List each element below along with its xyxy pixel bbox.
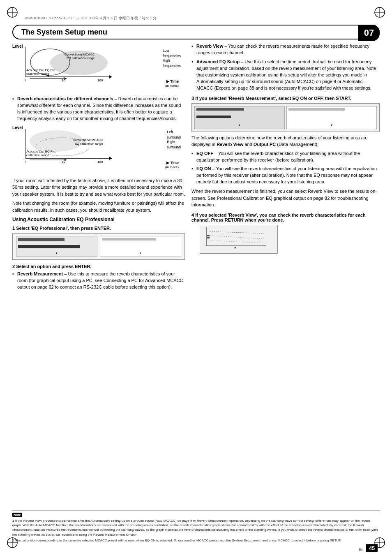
- chart1-label-low: Lowfrequencies: [163, 48, 181, 59]
- svg-line-48: [210, 240, 264, 243]
- chart1-label-high: Highfrequencies: [163, 58, 181, 69]
- chart2-label-left: Leftsurround: [167, 130, 181, 140]
- screen-arrow-s1: ▾: [18, 252, 95, 255]
- chart2-x-label: ▶ Time: [166, 161, 179, 165]
- chart2-svg: Acoustic Cal. EQ Pro. calibration range …: [25, 129, 120, 164]
- corner-mark-tr: [374, 6, 386, 18]
- corner-mark-tl: [6, 6, 18, 18]
- chart2-y-label: Level: [12, 125, 23, 130]
- chart1: Level Acoustic Cal. EQ Pro. calibration …: [12, 43, 140, 88]
- bullet-reverb-channels: Reverb characteristics for different cha…: [12, 96, 185, 122]
- svg-line-47: [210, 236, 264, 239]
- svg-text:0: 0: [25, 160, 26, 164]
- following-para: The following options determine how the …: [191, 134, 380, 148]
- header-bar: The System Setup menu 07: [12, 25, 380, 39]
- screen-arrow-s1-r: ▾: [102, 252, 179, 255]
- chart2-label-right: Rightsurround: [167, 139, 181, 150]
- bullet-advanced-eq: Advanced EQ Setup – Use this to select t…: [191, 59, 380, 92]
- chart1-svg: Acoustic Cal. EQ Pro. calibration range …: [25, 47, 120, 82]
- screen-mockup-step1: ▾ ▾: [12, 233, 185, 260]
- svg-text:Acoustic Cal. EQ Pro.: Acoustic Cal. EQ Pro.: [26, 150, 56, 153]
- screen-bar-s1-2: [18, 245, 80, 248]
- svg-text:calibration range: calibration range: [26, 72, 49, 76]
- svg-text:EQ calibration range: EQ calibration range: [75, 142, 103, 146]
- svg-marker-30: [109, 157, 112, 160]
- reverb-view-chart: ▾: [202, 227, 270, 250]
- screen-left-panel-s1: ▾: [16, 236, 97, 257]
- svg-text:80: 80: [62, 79, 65, 82]
- svg-rect-45: [207, 237, 210, 238]
- bar-s3-2: [196, 116, 231, 118]
- bullet-eq-off: EQ OFF – You will see the reverb charact…: [191, 150, 380, 164]
- chart1-x-label: ▶ Time: [166, 79, 179, 83]
- note-line1: 1 If the Reverb View procedure is perfor…: [12, 518, 380, 537]
- para2: Note that changing the room (for example…: [12, 200, 185, 213]
- svg-text:160: 160: [97, 79, 103, 82]
- note-section: Note 1 If the Reverb View procedure is p…: [12, 511, 380, 543]
- svg-text:0: 0: [25, 79, 26, 82]
- bullet-reverb-measurement: Reverb Measurement – Use this to measure…: [12, 271, 185, 291]
- svg-text:▾: ▾: [234, 245, 236, 250]
- step1-heading: 1 Select 'EQ Professional', then press E…: [12, 226, 185, 231]
- step2-heading: 2 Select an option and press ENTER.: [12, 264, 185, 269]
- bar-s3-1: [196, 108, 244, 111]
- svg-marker-14: [109, 75, 112, 79]
- bar-s3-r1: [288, 108, 345, 111]
- chart1-y-label: Level: [12, 44, 23, 49]
- screen-bar-light-s1: [102, 238, 156, 240]
- svg-text:80: 80: [62, 160, 65, 164]
- file-info: VSX-1018AH_HY.book 45 ページ ２００８年４月１６日 水曜日…: [25, 16, 157, 21]
- screen-right-panel-s1: ▾: [100, 236, 181, 257]
- step3-heading: 3 If you selected 'Reverb Measurement', …: [191, 96, 380, 101]
- screen-mockup-step3: ▾ ▾: [191, 103, 380, 132]
- page-title: The System Setup menu: [21, 28, 107, 37]
- svg-text:Conventional MCACC: Conventional MCACC: [73, 138, 103, 142]
- page-number: 45: [366, 544, 378, 552]
- svg-text:160: 160: [97, 160, 103, 164]
- para1: If your room isn't affected by the facto…: [12, 177, 185, 198]
- note-line2: 2 The calibration corresponding to the c…: [12, 538, 380, 543]
- arrow-s3-r: ▾: [288, 123, 375, 127]
- chart2: Level Acoustic Cal. EQ Pro. calibration …: [12, 125, 140, 170]
- chart1-x-sub: (in msec): [165, 84, 179, 88]
- chapter-number: 07: [358, 25, 380, 41]
- bullet-reverb-view: Reverb View – You can check the reverb m…: [191, 43, 380, 56]
- bullet-eq-on: EQ ON – You will see the reverb characte…: [191, 166, 380, 185]
- svg-text:calibration range: calibration range: [26, 153, 49, 157]
- svg-line-46: [210, 231, 264, 234]
- para-when-finished: When the reverb measurement is finished,…: [191, 188, 380, 208]
- svg-text:Acoustic Cal. EQ Pro.: Acoustic Cal. EQ Pro.: [26, 68, 56, 72]
- note-icon: Note: [12, 513, 22, 517]
- content-area: Level Acoustic Cal. EQ Pro. calibration …: [12, 43, 380, 539]
- svg-rect-44: [207, 235, 210, 236]
- svg-text:Conventional MCACC: Conventional MCACC: [65, 53, 95, 56]
- right-column: Reverb View – You can check the reverb m…: [191, 43, 380, 539]
- left-column: Level Acoustic Cal. EQ Pro. calibration …: [12, 43, 185, 539]
- screen-right-s3: ▾: [286, 106, 377, 129]
- step4-heading: 4 If you selected 'Reverb View', you can…: [191, 213, 380, 222]
- svg-text:EQ calibration range: EQ calibration range: [67, 56, 95, 60]
- chart2-x-sub: (in msec): [165, 165, 179, 169]
- section-heading-acoustic: Using Acoustic Calibration EQ Profession…: [12, 217, 185, 222]
- screen-left-s3: ▾: [194, 106, 285, 129]
- reverb-view-screen: ▾: [200, 225, 278, 254]
- arrow-s3-1: ▾: [196, 123, 283, 127]
- screen-bar-s1-1: [18, 238, 65, 241]
